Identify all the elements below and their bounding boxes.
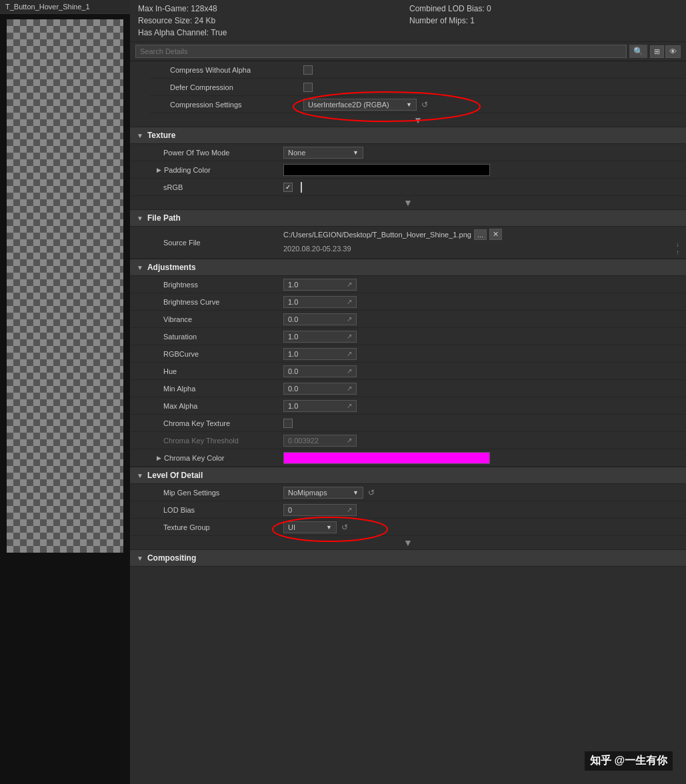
texture-group-dropdown[interactable]: UI ▼ (283, 521, 337, 533)
cursor-indicator (301, 182, 309, 193)
search-input[interactable] (135, 45, 627, 58)
rgb-curve-reset-icon: ↗ (347, 350, 352, 357)
power-of-two-text: None (288, 149, 305, 157)
lod-section-header[interactable]: ▼ Level Of Detail (130, 467, 686, 484)
hue-number: 0.0 (288, 367, 298, 375)
eye-button[interactable]: 👁 (665, 45, 681, 58)
saturation-input[interactable]: 1.0 ↗ (283, 331, 357, 343)
filepath-section-header[interactable]: ▼ File Path (130, 209, 686, 227)
brightness-input[interactable]: 1.0 ↗ (283, 279, 357, 291)
resource-size-label: Resource Size: 24 Kb (138, 16, 407, 25)
hue-input[interactable]: 0.0 ↗ (283, 365, 357, 377)
chroma-key-threshold-row: Chroma Key Threshold 0.003922 ↗ (130, 432, 686, 449)
brightness-curve-label: Brightness Curve (150, 298, 283, 306)
max-in-game-label: Max In-Game: 128x48 (138, 4, 407, 13)
browse-file-button[interactable]: ... (474, 229, 487, 240)
vibrance-value: 0.0 ↗ (283, 313, 679, 325)
file-date-row: 2020.08.20-05.23.39 ↓ ↑ (283, 241, 679, 256)
chroma-key-threshold-number: 0.003922 (288, 437, 319, 445)
hue-row: Hue 0.0 ↗ (130, 363, 686, 380)
compression-settings-dropdown-text: UserInterface2D (RGBA) (308, 101, 389, 109)
saturation-row: Saturation 1.0 ↗ (130, 328, 686, 345)
clear-file-button[interactable]: ✕ (489, 229, 502, 240)
chroma-key-color-swatch[interactable] (283, 452, 490, 464)
power-of-two-value: None ▼ (283, 147, 679, 159)
defer-compression-checkbox[interactable] (303, 83, 313, 92)
compress-without-alpha-row: Compress Without Alpha (150, 61, 686, 79)
compression-settings-reset[interactable]: ↺ (419, 99, 430, 110)
file-nav-arrows: ↓ ↑ (676, 241, 679, 256)
min-alpha-label: Min Alpha (150, 385, 283, 393)
rgb-curve-value: 1.0 ↗ (283, 348, 679, 360)
brightness-label: Brightness (150, 281, 283, 289)
compositing-section-label: Compositing (147, 553, 196, 563)
min-alpha-input[interactable]: 0.0 ↗ (283, 383, 357, 395)
chroma-key-texture-value (283, 419, 679, 428)
file-date-text: 2020.08.20-05.23.39 (283, 245, 351, 253)
mip-gen-reset[interactable]: ↺ (366, 487, 377, 498)
texture-collapse-icon: ▼ (137, 132, 143, 139)
defer-compression-value (303, 83, 679, 92)
chroma-key-threshold-reset-icon: ↗ (347, 437, 352, 444)
chroma-key-threshold-value: 0.003922 ↗ (283, 435, 679, 447)
compression-settings-dropdown[interactable]: UserInterface2D (RGBA) ▼ (303, 99, 417, 111)
power-of-two-dropdown[interactable]: None ▼ (283, 147, 363, 159)
file-path-row: C:/Users/LEGION/Desktop/T_Button_Hover_S… (283, 229, 679, 240)
texture-group-reset[interactable]: ↺ (339, 522, 350, 533)
compression-settings-row: Compression Settings UserInterface2D (RG… (150, 96, 686, 113)
compression-settings-label: Compression Settings (170, 101, 303, 109)
mip-gen-settings-text: NoMipmaps (288, 489, 327, 497)
rgb-curve-input[interactable]: 1.0 ↗ (283, 348, 357, 360)
mip-gen-settings-row: Mip Gen Settings NoMipmaps ▼ ↺ (130, 484, 686, 501)
texture-group-row: Texture Group UI ▼ ↺ (130, 519, 686, 536)
compositing-section-header[interactable]: ▼ Compositing (130, 549, 686, 567)
max-alpha-value: 1.0 ↗ (283, 400, 679, 412)
brightness-curve-number: 1.0 (288, 298, 298, 306)
lod-bias-reset-icon: ↗ (347, 506, 352, 513)
search-button[interactable]: 🔍 (629, 45, 647, 58)
padding-color-value (283, 164, 679, 176)
srgb-value (283, 182, 679, 193)
lod-bias-input[interactable]: 0 ↗ (283, 504, 357, 516)
texture-section-header[interactable]: ▼ Texture (130, 127, 686, 144)
grid-view-button[interactable]: ⊞ (650, 45, 664, 58)
chroma-key-color-value (283, 452, 679, 464)
max-alpha-reset-icon: ↗ (347, 402, 352, 409)
min-alpha-value: 0.0 ↗ (283, 383, 679, 395)
file-nav-up[interactable]: ↑ (676, 249, 679, 256)
vibrance-number: 0.0 (288, 315, 298, 323)
texture-group-label: Texture Group (150, 523, 283, 531)
compress-without-alpha-value (303, 65, 679, 75)
chroma-key-threshold-input[interactable]: 0.003922 ↗ (283, 435, 357, 447)
mip-gen-settings-dropdown[interactable]: NoMipmaps ▼ (283, 487, 363, 499)
asset-title: T_Button_Hover_Shine_1 (0, 0, 130, 14)
adjustments-section-header[interactable]: ▼ Adjustments (130, 259, 686, 276)
padding-color-expand-icon: ▶ (157, 167, 161, 173)
vibrance-input[interactable]: 0.0 ↗ (283, 313, 357, 325)
rgb-curve-number: 1.0 (288, 350, 298, 358)
srgb-checkbox[interactable] (283, 183, 293, 192)
min-alpha-number: 0.0 (288, 385, 298, 393)
chroma-key-threshold-label: Chroma Key Threshold (150, 437, 283, 445)
texture-section-label: Texture (147, 131, 175, 140)
brightness-curve-input[interactable]: 1.0 ↗ (283, 296, 357, 308)
lod-bias-row: LOD Bias 0 ↗ (130, 501, 686, 519)
chroma-key-texture-checkbox[interactable] (283, 419, 293, 428)
vibrance-label: Vibrance (150, 315, 283, 323)
max-alpha-input[interactable]: 1.0 ↗ (283, 400, 357, 412)
chroma-key-color-label: Chroma Key Color (164, 454, 224, 462)
brightness-row: Brightness 1.0 ↗ (130, 276, 686, 293)
srgb-row: sRGB (130, 179, 686, 196)
padding-color-swatch[interactable] (283, 164, 490, 176)
texture-chevron: ▼ (130, 196, 686, 209)
source-file-row: Source File C:/Users/LEGION/Desktop/T_Bu… (130, 227, 686, 259)
properties-panel: Compress Without Alpha Defer Compression… (130, 61, 686, 784)
adjustments-section-label: Adjustments (147, 263, 196, 272)
rgb-curve-row: RGBCurve 1.0 ↗ (130, 345, 686, 363)
hue-reset-icon: ↗ (347, 367, 352, 375)
file-nav-down[interactable]: ↓ (676, 241, 679, 248)
compress-without-alpha-checkbox[interactable] (303, 65, 313, 75)
padding-color-label-container: ▶ Padding Color (150, 166, 283, 174)
has-alpha-label: Has Alpha Channel: True (138, 28, 407, 37)
texture-group-arrow: ▼ (326, 524, 332, 531)
